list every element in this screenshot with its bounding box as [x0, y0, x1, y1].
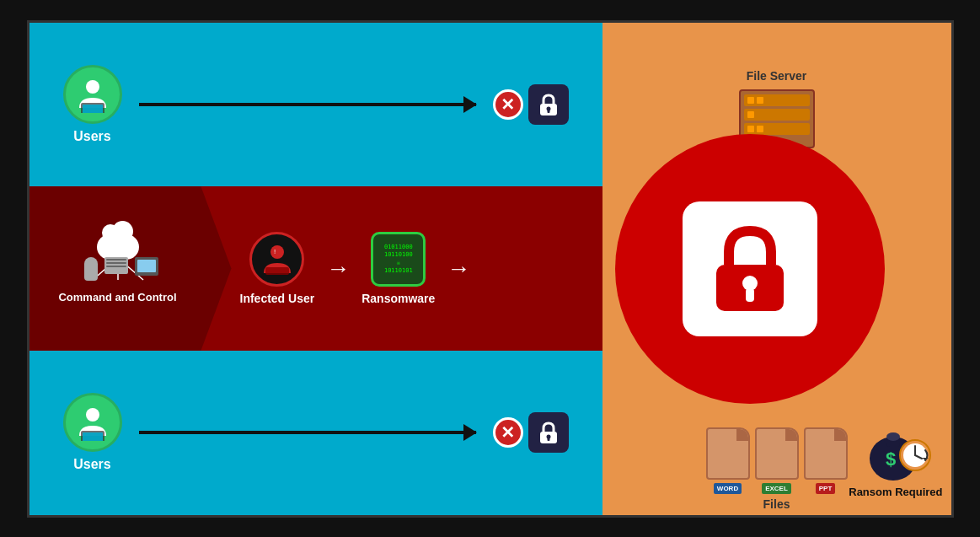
cloud-bump-2 — [112, 221, 133, 242]
bottom-lock-block: ✕ — [493, 412, 569, 453]
svg-point-0 — [86, 80, 99, 94]
server-light-5 — [757, 126, 763, 132]
ppt-file: PPT — [804, 427, 848, 494]
svg-rect-5 — [547, 110, 549, 113]
laptop-line-1 — [106, 259, 126, 260]
top-left-panel: Users ✕ — [29, 23, 602, 187]
ransom-bag-svg: $ — [858, 406, 934, 482]
server-unit-1 — [744, 94, 810, 106]
binary-display: 01011000 10110100 ☠️ 10110101 — [383, 242, 415, 276]
server-unit-2 — [744, 109, 810, 121]
bottom-user-block: Users — [63, 393, 122, 472]
top-lock-svg — [536, 92, 561, 117]
word-label: WORD — [714, 483, 742, 494]
bottom-user-icon — [63, 393, 122, 452]
infected-block: ! Infected User — [240, 232, 315, 305]
bottom-x-circle: ✕ — [493, 417, 523, 448]
top-arrow-container — [122, 103, 493, 106]
laptop-line-3 — [106, 266, 126, 267]
middle-row: Command and Control ! Infect — [29, 186, 951, 351]
big-lock-box — [683, 201, 817, 336]
server-light-2 — [757, 97, 763, 104]
big-lock-circle — [615, 134, 885, 404]
word-file: WORD — [706, 427, 750, 494]
top-users-label: Users — [73, 129, 110, 144]
svg-text:$: $ — [886, 448, 896, 470]
ppt-file-icon — [804, 427, 848, 480]
svg-rect-2 — [83, 105, 103, 113]
bottom-arrow-line — [139, 431, 476, 434]
svg-rect-11 — [265, 267, 289, 275]
ransom-block: $ Ransom Required — [849, 406, 942, 498]
svg-rect-20 — [547, 438, 549, 441]
bottom-lock-svg — [536, 420, 561, 445]
svg-point-9 — [270, 245, 284, 259]
middle-right-panel: PNG — [602, 186, 951, 351]
infected-user-icon: ! — [249, 232, 304, 287]
server-light-1 — [747, 97, 754, 104]
excel-file: EXCEL — [755, 427, 799, 494]
svg-rect-14 — [746, 288, 754, 302]
file-server-label: File Server — [747, 69, 807, 83]
cmd-block: Command and Control — [29, 186, 232, 351]
arrow-infected-to-ransomware: → — [326, 255, 350, 282]
server-light-4 — [747, 126, 754, 132]
cloud-shape — [97, 234, 139, 260]
bottom-arrow-container — [122, 431, 493, 434]
infected-user-svg: ! — [259, 241, 296, 278]
bottom-lock-box — [528, 412, 569, 453]
excel-file-icon — [755, 427, 799, 480]
server-light-3 — [747, 111, 754, 118]
user-icon — [63, 65, 122, 124]
top-lock-box — [528, 84, 569, 125]
user-svg — [74, 76, 111, 113]
ransomware-block: 01011000 10110100 ☠️ 10110101 Ransomware — [361, 232, 435, 305]
excel-label: EXCEL — [762, 483, 791, 494]
cloud-network — [84, 234, 152, 281]
big-lock-svg — [704, 223, 796, 315]
cmd-label: Command and Control — [58, 291, 176, 303]
svg-point-23 — [886, 432, 900, 441]
bottom-left-panel: Users ✕ — [29, 351, 602, 515]
files-title: Files — [763, 497, 790, 511]
svg-rect-17 — [83, 432, 103, 441]
files-row: WORD EXCEL PPT — [706, 427, 848, 494]
top-user-block: Users — [63, 65, 122, 144]
arrow-ransomware-to-lock: → — [447, 255, 470, 282]
monitor-screen — [137, 260, 156, 272]
svg-point-15 — [86, 408, 99, 422]
bottom-users-label: Users — [73, 457, 110, 472]
laptop-line-2 — [106, 262, 126, 264]
middle-content: ! Infected User → 01011000 10110100 ☠️ — [232, 232, 602, 305]
infected-label: Infected User — [240, 292, 315, 305]
main-diagram: Users ✕ — [27, 20, 954, 518]
monitor-icon — [135, 257, 158, 276]
ransomware-label: Ransomware — [361, 292, 435, 305]
device-icons — [84, 257, 158, 281]
remote-icon — [84, 257, 98, 281]
top-arrow-line — [139, 103, 476, 106]
word-file-icon — [706, 427, 750, 480]
ppt-label: PPT — [816, 483, 836, 494]
laptop-icon — [104, 257, 128, 274]
bottom-user-svg — [74, 404, 111, 441]
top-lock-block: ✕ — [493, 84, 569, 125]
middle-left-panel: Command and Control ! Infect — [29, 186, 602, 351]
ransom-required-label: Ransom Required — [849, 486, 942, 498]
top-x-circle: ✕ — [493, 89, 523, 120]
svg-text:!: ! — [274, 248, 276, 255]
ransomware-icon: 01011000 10110100 ☠️ 10110101 — [371, 232, 426, 287]
